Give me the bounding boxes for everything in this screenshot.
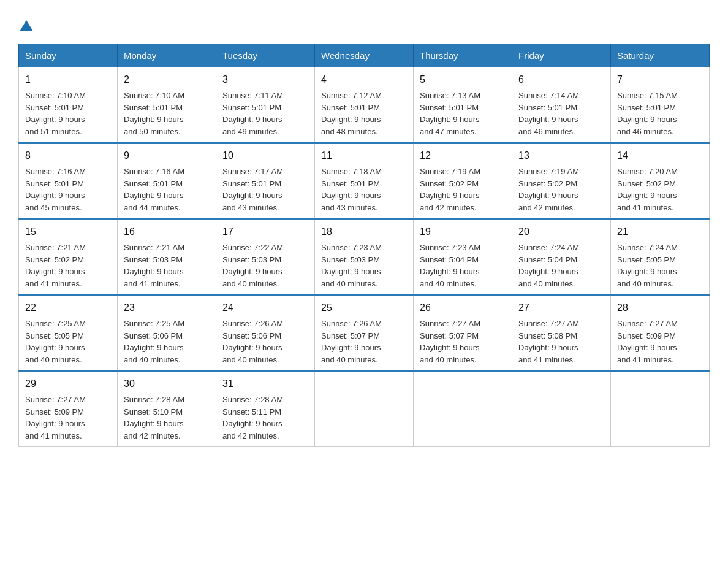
calendar-week-row: 8Sunrise: 7:16 AMSunset: 5:01 PMDaylight… bbox=[19, 143, 710, 219]
day-daylight: Daylight: 9 hours bbox=[25, 115, 85, 124]
day-daylight-cont: and 48 minutes. bbox=[321, 127, 378, 136]
day-number: 6 bbox=[518, 72, 604, 87]
calendar-cell: 3Sunrise: 7:11 AMSunset: 5:01 PMDaylight… bbox=[216, 67, 315, 144]
day-sunrise: Sunrise: 7:12 AM bbox=[321, 91, 382, 100]
day-sunset: Sunset: 5:04 PM bbox=[518, 255, 577, 264]
header-friday: Friday bbox=[512, 44, 611, 67]
calendar-week-row: 22Sunrise: 7:25 AMSunset: 5:05 PMDayligh… bbox=[19, 295, 710, 371]
day-sunset: Sunset: 5:01 PM bbox=[420, 103, 479, 112]
calendar-week-row: 15Sunrise: 7:21 AMSunset: 5:02 PMDayligh… bbox=[19, 219, 710, 295]
day-number: 13 bbox=[518, 148, 604, 163]
day-daylight: Daylight: 9 hours bbox=[321, 191, 381, 200]
day-daylight: Daylight: 9 hours bbox=[124, 267, 184, 276]
day-daylight: Daylight: 9 hours bbox=[25, 343, 85, 352]
day-sunrise: Sunrise: 7:17 AM bbox=[222, 167, 283, 176]
day-daylight-cont: and 40 minutes. bbox=[321, 355, 378, 364]
day-sunrise: Sunrise: 7:27 AM bbox=[420, 319, 480, 328]
day-number: 7 bbox=[617, 72, 703, 87]
header-thursday: Thursday bbox=[414, 44, 512, 67]
day-daylight: Daylight: 9 hours bbox=[617, 343, 677, 352]
day-daylight: Daylight: 9 hours bbox=[420, 191, 480, 200]
day-number: 20 bbox=[518, 224, 604, 239]
calendar-cell: 15Sunrise: 7:21 AMSunset: 5:02 PMDayligh… bbox=[19, 219, 118, 295]
page-header bbox=[18, 12, 710, 34]
day-number: 27 bbox=[518, 301, 604, 315]
calendar-cell: 26Sunrise: 7:27 AMSunset: 5:07 PMDayligh… bbox=[414, 295, 512, 371]
day-sunrise: Sunrise: 7:28 AM bbox=[124, 395, 184, 404]
day-daylight: Daylight: 9 hours bbox=[321, 343, 381, 352]
day-number: 18 bbox=[321, 224, 407, 239]
calendar-cell: 8Sunrise: 7:16 AMSunset: 5:01 PMDaylight… bbox=[19, 143, 118, 219]
day-daylight-cont: and 41 minutes. bbox=[124, 279, 181, 288]
day-daylight: Daylight: 9 hours bbox=[420, 267, 480, 276]
day-sunrise: Sunrise: 7:26 AM bbox=[321, 319, 382, 328]
day-sunset: Sunset: 5:01 PM bbox=[321, 179, 380, 188]
day-sunrise: Sunrise: 7:23 AM bbox=[420, 243, 480, 252]
day-sunset: Sunset: 5:05 PM bbox=[617, 255, 676, 264]
day-sunset: Sunset: 5:01 PM bbox=[124, 179, 183, 188]
calendar-cell: 4Sunrise: 7:12 AMSunset: 5:01 PMDaylight… bbox=[315, 67, 414, 144]
day-daylight: Daylight: 9 hours bbox=[321, 115, 381, 124]
day-daylight-cont: and 41 minutes. bbox=[617, 355, 674, 364]
day-daylight-cont: and 46 minutes. bbox=[518, 127, 575, 136]
day-daylight: Daylight: 9 hours bbox=[222, 419, 282, 428]
day-number: 24 bbox=[222, 301, 308, 315]
day-sunrise: Sunrise: 7:21 AM bbox=[124, 243, 184, 252]
day-number: 15 bbox=[25, 224, 111, 239]
day-sunset: Sunset: 5:06 PM bbox=[222, 331, 281, 340]
day-daylight-cont: and 40 minutes. bbox=[420, 355, 477, 364]
day-number: 14 bbox=[617, 148, 703, 163]
day-number: 29 bbox=[25, 377, 111, 391]
day-sunrise: Sunrise: 7:19 AM bbox=[420, 167, 480, 176]
calendar-cell: 14Sunrise: 7:20 AMSunset: 5:02 PMDayligh… bbox=[611, 143, 710, 219]
day-sunset: Sunset: 5:11 PM bbox=[222, 407, 281, 416]
day-sunrise: Sunrise: 7:28 AM bbox=[222, 395, 283, 404]
calendar-cell: 11Sunrise: 7:18 AMSunset: 5:01 PMDayligh… bbox=[315, 143, 414, 219]
day-daylight-cont: and 40 minutes. bbox=[222, 355, 279, 364]
day-sunrise: Sunrise: 7:16 AM bbox=[124, 167, 184, 176]
calendar-cell: 9Sunrise: 7:16 AMSunset: 5:01 PMDaylight… bbox=[118, 143, 216, 219]
calendar-cell: 12Sunrise: 7:19 AMSunset: 5:02 PMDayligh… bbox=[414, 143, 512, 219]
header-tuesday: Tuesday bbox=[216, 44, 315, 67]
day-number: 11 bbox=[321, 148, 407, 163]
day-daylight: Daylight: 9 hours bbox=[518, 343, 578, 352]
day-daylight: Daylight: 9 hours bbox=[222, 267, 282, 276]
day-daylight: Daylight: 9 hours bbox=[124, 419, 184, 428]
day-sunset: Sunset: 5:09 PM bbox=[617, 331, 676, 340]
day-sunset: Sunset: 5:01 PM bbox=[25, 103, 84, 112]
calendar-cell: 13Sunrise: 7:19 AMSunset: 5:02 PMDayligh… bbox=[512, 143, 611, 219]
day-sunset: Sunset: 5:02 PM bbox=[420, 179, 479, 188]
day-sunrise: Sunrise: 7:13 AM bbox=[420, 91, 480, 100]
day-daylight-cont: and 43 minutes. bbox=[222, 203, 279, 212]
day-daylight-cont: and 43 minutes. bbox=[321, 203, 378, 212]
day-daylight-cont: and 41 minutes. bbox=[25, 279, 82, 288]
day-daylight: Daylight: 9 hours bbox=[222, 191, 282, 200]
calendar-header-row: SundayMondayTuesdayWednesdayThursdayFrid… bbox=[19, 44, 710, 67]
day-sunset: Sunset: 5:08 PM bbox=[518, 331, 577, 340]
day-number: 30 bbox=[124, 377, 210, 391]
day-daylight-cont: and 42 minutes. bbox=[222, 431, 279, 440]
day-daylight-cont: and 50 minutes. bbox=[124, 127, 181, 136]
day-daylight-cont: and 41 minutes. bbox=[518, 355, 575, 364]
calendar-table: SundayMondayTuesdayWednesdayThursdayFrid… bbox=[18, 44, 710, 447]
day-sunset: Sunset: 5:10 PM bbox=[124, 407, 183, 416]
calendar-cell: 31Sunrise: 7:28 AMSunset: 5:11 PMDayligh… bbox=[216, 371, 315, 447]
day-sunrise: Sunrise: 7:10 AM bbox=[124, 91, 184, 100]
calendar-cell: 29Sunrise: 7:27 AMSunset: 5:09 PMDayligh… bbox=[19, 371, 118, 447]
day-number: 25 bbox=[321, 301, 407, 315]
calendar-cell: 22Sunrise: 7:25 AMSunset: 5:05 PMDayligh… bbox=[19, 295, 118, 371]
day-sunset: Sunset: 5:02 PM bbox=[518, 179, 577, 188]
day-sunset: Sunset: 5:09 PM bbox=[25, 407, 84, 416]
day-daylight: Daylight: 9 hours bbox=[124, 343, 184, 352]
day-daylight-cont: and 41 minutes. bbox=[25, 431, 82, 440]
day-daylight: Daylight: 9 hours bbox=[518, 191, 578, 200]
day-number: 8 bbox=[25, 148, 111, 163]
day-sunrise: Sunrise: 7:27 AM bbox=[518, 319, 579, 328]
day-sunrise: Sunrise: 7:27 AM bbox=[25, 395, 86, 404]
calendar-cell: 16Sunrise: 7:21 AMSunset: 5:03 PMDayligh… bbox=[118, 219, 216, 295]
day-sunset: Sunset: 5:01 PM bbox=[222, 103, 281, 112]
day-number: 5 bbox=[420, 72, 506, 87]
day-daylight-cont: and 42 minutes. bbox=[124, 431, 181, 440]
day-sunset: Sunset: 5:04 PM bbox=[420, 255, 479, 264]
calendar-cell: 21Sunrise: 7:24 AMSunset: 5:05 PMDayligh… bbox=[611, 219, 710, 295]
